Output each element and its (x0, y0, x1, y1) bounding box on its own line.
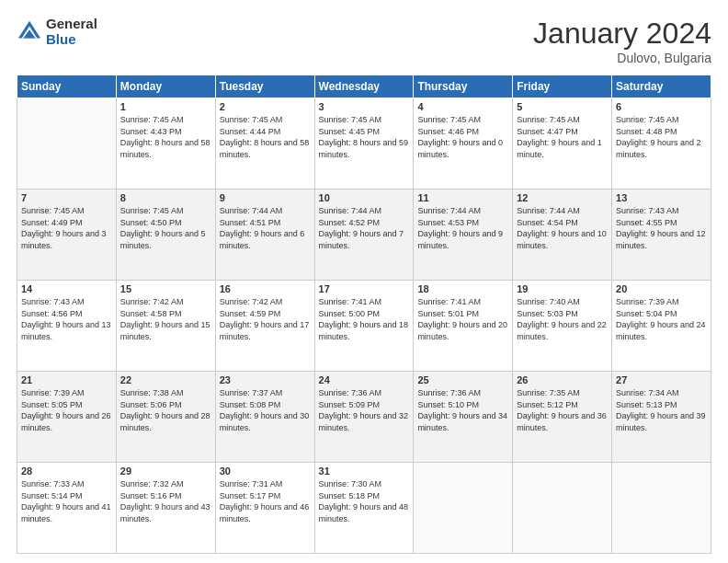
table-row: 22Sunrise: 7:38 AM Sunset: 5:06 PM Dayli… (116, 372, 215, 463)
table-row: 6Sunrise: 7:45 AM Sunset: 4:48 PM Daylig… (612, 98, 711, 190)
day-info: Sunrise: 7:41 AM Sunset: 5:01 PM Dayligh… (417, 296, 508, 342)
day-number: 26 (517, 374, 608, 385)
table-row: 15Sunrise: 7:42 AM Sunset: 4:58 PM Dayli… (116, 281, 215, 372)
table-row: 1Sunrise: 7:45 AM Sunset: 4:43 PM Daylig… (116, 98, 215, 190)
col-saturday: Saturday (612, 75, 711, 98)
day-info: Sunrise: 7:45 AM Sunset: 4:45 PM Dayligh… (319, 114, 410, 160)
calendar-week-row: 7Sunrise: 7:45 AM Sunset: 4:49 PM Daylig… (17, 190, 711, 281)
table-row (17, 98, 117, 190)
col-wednesday: Wednesday (314, 75, 414, 98)
logo-text: General Blue (46, 17, 97, 47)
day-number: 31 (319, 465, 410, 477)
day-info: Sunrise: 7:45 AM Sunset: 4:43 PM Dayligh… (120, 114, 211, 160)
col-sunday: Sunday (17, 75, 117, 98)
table-row: 11Sunrise: 7:44 AM Sunset: 4:53 PM Dayli… (414, 190, 513, 281)
day-info: Sunrise: 7:36 AM Sunset: 5:09 PM Dayligh… (319, 387, 410, 433)
col-friday: Friday (513, 75, 612, 98)
calendar-week-row: 28Sunrise: 7:33 AM Sunset: 5:14 PM Dayli… (17, 463, 711, 554)
day-number: 4 (417, 101, 508, 112)
day-number: 12 (517, 192, 608, 203)
day-number: 3 (319, 101, 410, 112)
day-info: Sunrise: 7:45 AM Sunset: 4:44 PM Dayligh… (220, 114, 311, 160)
day-number: 9 (220, 192, 311, 203)
table-row (513, 463, 612, 554)
table-row: 27Sunrise: 7:34 AM Sunset: 5:13 PM Dayli… (612, 372, 711, 463)
day-info: Sunrise: 7:31 AM Sunset: 5:17 PM Dayligh… (220, 478, 311, 524)
table-row: 24Sunrise: 7:36 AM Sunset: 5:09 PM Dayli… (314, 372, 414, 463)
table-row: 4Sunrise: 7:45 AM Sunset: 4:46 PM Daylig… (414, 98, 513, 190)
day-info: Sunrise: 7:39 AM Sunset: 5:05 PM Dayligh… (21, 387, 112, 433)
table-row: 18Sunrise: 7:41 AM Sunset: 5:01 PM Dayli… (414, 281, 513, 372)
day-number: 19 (517, 283, 608, 294)
day-number: 23 (220, 374, 311, 385)
day-info: Sunrise: 7:43 AM Sunset: 4:55 PM Dayligh… (616, 205, 707, 251)
table-row: 20Sunrise: 7:39 AM Sunset: 5:04 PM Dayli… (612, 281, 711, 372)
calendar-week-row: 14Sunrise: 7:43 AM Sunset: 4:56 PM Dayli… (17, 281, 711, 372)
table-row: 17Sunrise: 7:41 AM Sunset: 5:00 PM Dayli… (314, 281, 414, 372)
day-number: 22 (120, 374, 211, 385)
day-number: 7 (21, 192, 112, 203)
day-number: 15 (120, 283, 211, 294)
day-number: 20 (616, 283, 707, 294)
day-number: 11 (417, 192, 508, 203)
table-row: 19Sunrise: 7:40 AM Sunset: 5:03 PM Dayli… (513, 281, 612, 372)
logo: General Blue (17, 17, 97, 47)
day-number: 5 (517, 101, 608, 112)
day-number: 2 (220, 101, 311, 112)
day-number: 30 (220, 465, 311, 477)
day-info: Sunrise: 7:42 AM Sunset: 4:59 PM Dayligh… (220, 296, 311, 342)
logo-general-text: General (46, 17, 97, 32)
day-number: 29 (120, 465, 211, 477)
table-row: 25Sunrise: 7:36 AM Sunset: 5:10 PM Dayli… (414, 372, 513, 463)
day-info: Sunrise: 7:30 AM Sunset: 5:18 PM Dayligh… (319, 478, 410, 524)
day-info: Sunrise: 7:39 AM Sunset: 5:04 PM Dayligh… (616, 296, 707, 342)
calendar-page: General Blue January 2024 Dulovo, Bulgar… (0, 0, 728, 563)
day-number: 28 (21, 465, 112, 477)
calendar-week-row: 21Sunrise: 7:39 AM Sunset: 5:05 PM Dayli… (17, 372, 711, 463)
table-row: 8Sunrise: 7:45 AM Sunset: 4:50 PM Daylig… (116, 190, 215, 281)
month-title: January 2024 (533, 17, 711, 51)
day-number: 25 (417, 374, 508, 385)
table-row: 7Sunrise: 7:45 AM Sunset: 4:49 PM Daylig… (17, 190, 117, 281)
table-row: 16Sunrise: 7:42 AM Sunset: 4:59 PM Dayli… (215, 281, 314, 372)
header-row: Sunday Monday Tuesday Wednesday Thursday… (17, 75, 711, 98)
table-row: 28Sunrise: 7:33 AM Sunset: 5:14 PM Dayli… (17, 463, 117, 554)
day-info: Sunrise: 7:45 AM Sunset: 4:50 PM Dayligh… (120, 205, 211, 251)
day-info: Sunrise: 7:44 AM Sunset: 4:53 PM Dayligh… (417, 205, 508, 251)
table-row: 2Sunrise: 7:45 AM Sunset: 4:44 PM Daylig… (215, 98, 314, 190)
day-number: 6 (616, 101, 707, 112)
table-row: 14Sunrise: 7:43 AM Sunset: 4:56 PM Dayli… (17, 281, 117, 372)
day-number: 10 (319, 192, 410, 203)
day-number: 13 (616, 192, 707, 203)
table-row (612, 463, 711, 554)
day-info: Sunrise: 7:45 AM Sunset: 4:48 PM Dayligh… (616, 114, 707, 160)
table-row: 5Sunrise: 7:45 AM Sunset: 4:47 PM Daylig… (513, 98, 612, 190)
title-block: January 2024 Dulovo, Bulgaria (533, 17, 711, 65)
table-row: 21Sunrise: 7:39 AM Sunset: 5:05 PM Dayli… (17, 372, 117, 463)
day-info: Sunrise: 7:45 AM Sunset: 4:46 PM Dayligh… (417, 114, 508, 160)
day-info: Sunrise: 7:45 AM Sunset: 4:47 PM Dayligh… (517, 114, 608, 160)
day-info: Sunrise: 7:44 AM Sunset: 4:54 PM Dayligh… (517, 205, 608, 251)
table-row: 12Sunrise: 7:44 AM Sunset: 4:54 PM Dayli… (513, 190, 612, 281)
day-info: Sunrise: 7:38 AM Sunset: 5:06 PM Dayligh… (120, 387, 211, 433)
table-row: 29Sunrise: 7:32 AM Sunset: 5:16 PM Dayli… (116, 463, 215, 554)
day-info: Sunrise: 7:33 AM Sunset: 5:14 PM Dayligh… (21, 478, 112, 524)
logo-blue-text: Blue (46, 32, 97, 48)
col-tuesday: Tuesday (215, 75, 314, 98)
day-number: 27 (616, 374, 707, 385)
day-number: 24 (319, 374, 410, 385)
logo-icon (17, 19, 42, 45)
table-row (414, 463, 513, 554)
table-row: 10Sunrise: 7:44 AM Sunset: 4:52 PM Dayli… (314, 190, 414, 281)
day-info: Sunrise: 7:44 AM Sunset: 4:52 PM Dayligh… (319, 205, 410, 251)
day-info: Sunrise: 7:36 AM Sunset: 5:10 PM Dayligh… (417, 387, 508, 433)
day-info: Sunrise: 7:40 AM Sunset: 5:03 PM Dayligh… (517, 296, 608, 342)
day-number: 16 (220, 283, 311, 294)
day-info: Sunrise: 7:45 AM Sunset: 4:49 PM Dayligh… (21, 205, 112, 251)
table-row: 3Sunrise: 7:45 AM Sunset: 4:45 PM Daylig… (314, 98, 414, 190)
day-number: 8 (120, 192, 211, 203)
day-info: Sunrise: 7:37 AM Sunset: 5:08 PM Dayligh… (220, 387, 311, 433)
day-info: Sunrise: 7:44 AM Sunset: 4:51 PM Dayligh… (220, 205, 311, 251)
table-row: 31Sunrise: 7:30 AM Sunset: 5:18 PM Dayli… (314, 463, 414, 554)
header: General Blue January 2024 Dulovo, Bulgar… (17, 17, 711, 65)
